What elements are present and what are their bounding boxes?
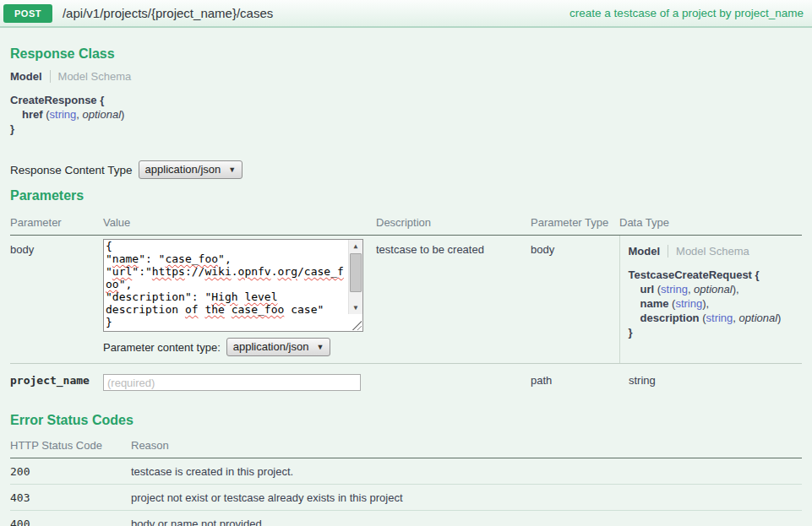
col-http-status-code: HTTP Status Code	[10, 435, 131, 458]
model-property: name (string),	[629, 296, 803, 311]
model-property: url (string, optional),	[629, 282, 803, 296]
scroll-down-icon[interactable]: ▼	[349, 301, 362, 314]
status-reason: testcase is created in this project.	[131, 458, 802, 485]
status-code: 200	[10, 458, 131, 485]
model-close-line: }	[629, 325, 803, 339]
status-reason: project not exist or testcase already ex…	[131, 485, 802, 511]
response-model-signature: CreateResponse { href (string, optional)…	[10, 93, 802, 136]
param-name: project_name	[10, 364, 103, 402]
error-codes-heading: Error Status Codes	[10, 411, 802, 430]
tab-model-schema[interactable]: Model Schema	[58, 70, 132, 83]
model-close-line: }	[10, 122, 802, 136]
scroll-up-icon[interactable]: ▲	[349, 240, 362, 252]
tab-model[interactable]: Model	[629, 245, 661, 258]
parameter-content-type-select[interactable]: application/json ▼	[226, 338, 331, 356]
tab-model-schema[interactable]: Model Schema	[676, 245, 749, 258]
error-row: 200 testcase is created in this project.	[10, 458, 802, 485]
textarea-scrollbar[interactable]: ▲ ▼	[348, 240, 362, 314]
chevron-down-icon: ▼	[228, 165, 236, 174]
parameters-table: Parameter Value Description Parameter Ty…	[10, 211, 802, 401]
response-content-type-label: Response Content Type	[10, 164, 133, 176]
endpoint-path-link[interactable]: /api/v1/projects/{project_name}/cases	[63, 6, 569, 20]
resize-grip-icon[interactable]	[352, 320, 362, 330]
param-name: body	[10, 236, 103, 364]
response-class-heading: Response Class	[10, 45, 802, 63]
param-type: path	[531, 364, 619, 402]
chevron-down-icon: ▼	[316, 343, 324, 351]
http-method-badge: POST	[3, 4, 52, 23]
operation-content: Response Class Model Model Schema Create…	[0, 45, 812, 526]
model-open-line: CreateResponse {	[10, 93, 802, 107]
operation-header: POST /api/v1/projects/{project_name}/cas…	[0, 0, 812, 28]
body-textarea-content: {"name": "case_foo","url":"https://wiki.…	[104, 240, 347, 328]
error-codes-header-row: HTTP Status Code Reason	[10, 435, 802, 458]
param-type: body	[531, 236, 619, 364]
col-value: Value	[103, 211, 376, 236]
status-code: 403	[10, 485, 131, 511]
error-row: 403 project not exist or testcase alread…	[10, 485, 802, 511]
param-description: testcase to be created	[376, 236, 531, 364]
tab-divider	[50, 70, 51, 83]
col-data-type: Data Type	[619, 211, 802, 236]
tab-model[interactable]: Model	[10, 70, 42, 83]
body-data-type-tabs: Model Model Schema	[629, 243, 803, 258]
response-content-type-select[interactable]: application/json ▼	[139, 160, 243, 179]
param-data-type: Model Model Schema TestcaseCreateRequest…	[619, 236, 802, 364]
model-property: href (string, optional)	[10, 107, 802, 122]
status-reason: body or name not provided	[131, 511, 802, 526]
param-row-body: body {"name": "case_foo","url":"https://…	[10, 236, 802, 364]
body-model-signature: TestcaseCreateRequest { url (string, opt…	[629, 268, 803, 339]
model-property: description (string, optional)	[629, 311, 803, 325]
error-row: 400 body or name not provided	[10, 511, 802, 526]
error-codes-table: HTTP Status Code Reason 200 testcase is …	[10, 435, 802, 526]
model-open-line: TestcaseCreateRequest {	[629, 268, 803, 282]
col-parameter: Parameter	[10, 211, 103, 236]
param-row-project-name: project_name path string	[10, 364, 802, 402]
tab-divider	[668, 245, 668, 258]
param-data-type: string	[619, 364, 802, 402]
status-code: 400	[10, 511, 131, 526]
col-reason: Reason	[131, 435, 802, 458]
project-name-input[interactable]	[103, 374, 361, 391]
col-description: Description	[376, 211, 531, 236]
col-parameter-type: Parameter Type	[531, 211, 619, 236]
parameters-heading: Parameters	[10, 187, 802, 205]
parameter-content-type-label: Parameter content type:	[103, 341, 221, 354]
parameters-header-row: Parameter Value Description Parameter Ty…	[10, 211, 802, 236]
scrollbar-thumb[interactable]	[350, 253, 362, 292]
response-class-tabs: Model Model Schema	[10, 68, 802, 84]
operation-summary-link[interactable]: create a testcase of a project by projec…	[569, 7, 804, 19]
param-description	[376, 364, 531, 402]
body-value-textarea[interactable]: {"name": "case_foo","url":"https://wiki.…	[103, 239, 363, 332]
